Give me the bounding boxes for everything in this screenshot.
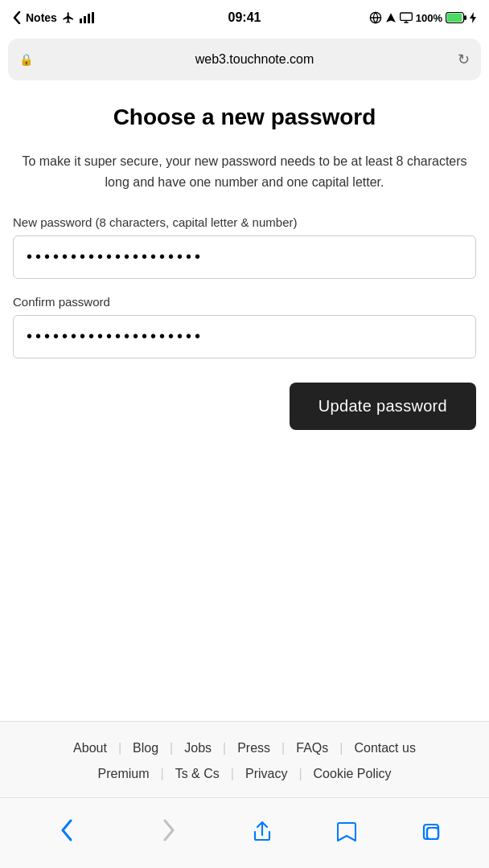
new-password-label: New password (8 characters, capital lett… [13,215,476,229]
footer-link-premium[interactable]: Premium [87,767,161,781]
page-title: Choose a new password [13,103,476,132]
battery-icon [446,12,466,23]
footer-link-about[interactable]: About [62,741,118,755]
footer-link-cookie[interactable]: Cookie Policy [302,767,403,781]
svg-rect-1 [84,16,86,23]
back-arrow-icon [13,11,21,24]
svg-rect-7 [447,14,462,23]
confirm-password-label: Confirm password [13,295,476,309]
footer-link-tscs[interactable]: Ts & Cs [164,767,231,781]
browser-back-button[interactable] [47,813,87,854]
update-password-button[interactable]: Update password [290,383,476,430]
browser-bottom-bar [0,797,489,868]
status-right: 100% [369,11,476,24]
new-password-group: New password (8 characters, capital lett… [13,215,476,279]
svg-rect-8 [464,15,466,20]
svg-rect-3 [92,12,94,23]
reload-icon[interactable]: ↻ [458,51,470,68]
lock-icon: 🔒 [19,53,33,66]
screen-mirror-icon [400,12,413,23]
back-label: Notes [26,11,57,24]
battery-label: 100% [416,12,442,24]
browser-forward-button[interactable] [149,813,189,854]
globe-icon [369,11,382,24]
footer-row-2: Premium | Ts & Cs | Privacy | Cookie Pol… [13,767,476,781]
browser-bookmarks-button[interactable] [335,821,358,846]
svg-rect-0 [80,18,82,23]
footer-link-blog[interactable]: Blog [121,741,170,755]
new-password-input[interactable] [13,235,476,279]
charging-icon [470,12,476,23]
address-url: web3.touchnote.com [39,52,470,67]
page-description: To make it super secure, your new passwo… [13,151,476,192]
status-time: 09:41 [228,10,261,25]
status-bar: Notes 09:41 100% [0,0,489,35]
confirm-password-group: Confirm password [13,295,476,358]
svg-rect-2 [88,14,90,23]
svg-rect-5 [400,13,412,20]
browser-tabs-button[interactable] [420,821,442,846]
footer-link-press[interactable]: Press [226,741,281,755]
confirm-password-input[interactable] [13,315,476,358]
airplane-icon [62,11,75,24]
status-left: Notes [13,11,94,24]
svg-rect-10 [427,828,438,839]
browser-share-button[interactable] [251,821,273,846]
footer-link-privacy[interactable]: Privacy [234,767,298,781]
address-bar[interactable]: 🔒 web3.touchnote.com ↻ [8,39,481,80]
location-icon [385,12,397,23]
signal-icon [80,12,94,23]
footer: About | Blog | Jobs | Press | FAQs | Con… [0,721,489,797]
main-content: Choose a new password To make it super s… [0,84,489,721]
footer-row-1: About | Blog | Jobs | Press | FAQs | Con… [13,741,476,755]
footer-link-contact[interactable]: Contact us [343,741,426,755]
footer-link-faqs[interactable]: FAQs [285,741,339,755]
footer-link-jobs[interactable]: Jobs [173,741,223,755]
